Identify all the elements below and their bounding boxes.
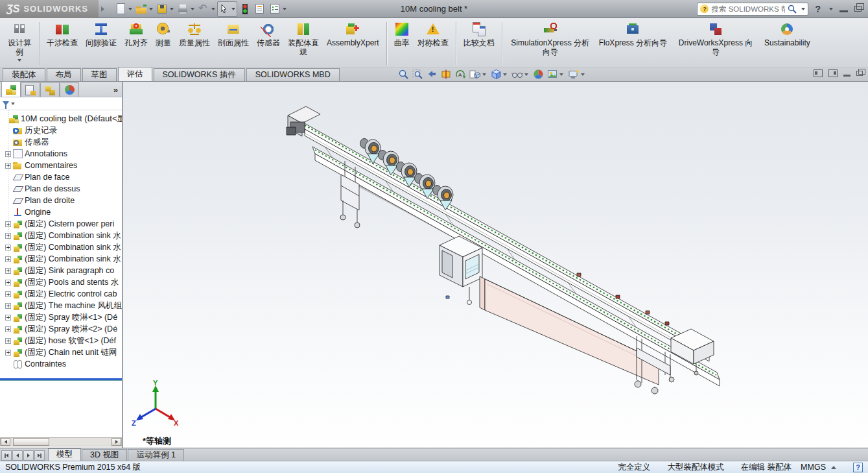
command-tab[interactable]: 草图 (82, 68, 117, 81)
tab-featuremanager[interactable] (1, 81, 21, 97)
ribbon-button[interactable]: 测量 (152, 20, 174, 49)
file-properties-button[interactable] (253, 1, 267, 17)
help-button[interactable]: ? (815, 4, 821, 14)
command-tab[interactable]: 装配体 (3, 68, 45, 81)
tab-propertymanager[interactable] (21, 82, 40, 97)
tree-item[interactable]: (固定) The machine 风机组 (0, 300, 122, 311)
tree-item[interactable]: 传感器 (0, 136, 122, 148)
units-selector[interactable]: MMGS (801, 463, 836, 472)
section-view-button[interactable] (440, 68, 453, 80)
tree-filter-row[interactable] (0, 97, 122, 110)
study-tab[interactable]: 模型 (48, 448, 81, 461)
save-button[interactable] (155, 1, 175, 17)
expand-plus-icon[interactable] (5, 315, 11, 321)
expand-plus-icon[interactable] (5, 361, 11, 367)
new-document-button[interactable] (113, 1, 134, 17)
search-box[interactable]: ? (697, 3, 808, 16)
command-tab[interactable]: 布局 (47, 68, 81, 81)
search-icon[interactable] (788, 5, 797, 14)
chevron-down-icon[interactable] (829, 8, 833, 10)
scroll-left-button[interactable] (1, 438, 10, 446)
tree-item[interactable]: (固定) Electric control cab (0, 288, 122, 300)
tab-configurationmanager[interactable] (40, 82, 60, 97)
edit-appearance-button[interactable] (532, 68, 545, 80)
ribbon-button[interactable]: FloXpress 分析向导 (596, 20, 670, 49)
ribbon-button[interactable]: 对称检查 (414, 20, 452, 49)
expand-plus-icon[interactable] (5, 326, 11, 332)
ribbon-button[interactable]: 比较文档 (460, 20, 498, 49)
print-button[interactable] (176, 1, 196, 17)
tree-item[interactable]: (固定) Combination sink 水 (0, 230, 122, 241)
expand-plus-icon[interactable] (5, 221, 11, 227)
expand-plus-icon[interactable] (5, 163, 11, 169)
panel-overflow-chevron[interactable]: » (110, 85, 122, 97)
restore-document-button[interactable] (856, 71, 863, 76)
first-tab-button[interactable] (1, 450, 12, 461)
tree-item[interactable]: (固定) Combination sink 水 (0, 253, 122, 265)
status-help-button[interactable]: ? (853, 463, 863, 472)
select-button[interactable] (217, 1, 237, 17)
tree-item[interactable]: 10M cooling belt (Défaut<显 (0, 113, 122, 125)
ribbon-button[interactable]: 间隙验证 (82, 20, 120, 49)
expand-plus-icon[interactable] (5, 338, 11, 344)
pane-right-icon[interactable] (828, 69, 838, 77)
expand-plus-icon[interactable] (5, 151, 11, 157)
restore-window-button[interactable] (854, 6, 862, 12)
zoom-to-area-button[interactable] (411, 68, 425, 80)
ribbon-button[interactable]: 干涉检查 (43, 20, 81, 49)
expand-plus-icon[interactable] (5, 256, 11, 262)
previous-view-button[interactable] (425, 68, 439, 80)
tree-item[interactable]: (固定) Spray 喷淋<1> (Dé (0, 311, 122, 323)
expand-plus-icon[interactable] (5, 139, 11, 145)
expand-plus-icon[interactable] (5, 186, 11, 192)
ribbon-button[interactable]: 质量属性 (176, 20, 213, 49)
last-tab-button[interactable] (34, 450, 45, 461)
tree-item[interactable]: 历史记录 (0, 125, 122, 136)
tab-displaymanager[interactable] (60, 82, 79, 97)
tree-item[interactable]: (固定) Spray 喷淋<2> (Dé (0, 323, 122, 335)
expand-plus-icon[interactable] (5, 268, 11, 274)
tree-item[interactable]: (固定) Cistern power peri (0, 218, 122, 230)
cooling-belt-model[interactable] (123, 82, 867, 448)
study-tab[interactable]: 3D 视图 (82, 449, 127, 461)
command-tab[interactable]: 评估 (118, 67, 152, 81)
command-tab[interactable]: SOLIDWORKS 插件 (154, 68, 245, 81)
ribbon-button[interactable]: 传感器 (253, 20, 283, 49)
tree-item[interactable]: Plan de face (0, 171, 122, 183)
previous-tab-button[interactable] (12, 450, 23, 461)
options-button[interactable] (268, 1, 288, 17)
ribbon-button[interactable]: 剖面属性 (215, 20, 252, 49)
ribbon-button[interactable]: DriveWorksXpress 向导 (672, 20, 760, 58)
scroll-right-button[interactable] (111, 438, 121, 446)
ribbon-button[interactable]: AssemblyXpert (323, 20, 382, 49)
scrollbar-thumb[interactable] (13, 438, 49, 446)
search-input[interactable] (711, 5, 785, 13)
tree-item[interactable]: (固定) hose 软管<1> (Déf (0, 335, 122, 346)
tree-item[interactable]: Plan de dessus (0, 183, 122, 195)
tree-item[interactable]: (固定) Pools and stents 水 (0, 276, 122, 288)
tree-item[interactable]: Origine (0, 206, 122, 218)
undo-button[interactable] (196, 1, 217, 17)
view-orientation-button[interactable] (468, 68, 489, 80)
minimize-window-button[interactable] (839, 10, 848, 12)
rebuild-button[interactable] (238, 1, 252, 17)
view-settings-button[interactable] (567, 68, 587, 80)
ribbon-button[interactable]: SimulationXpress 分析向导 (506, 20, 594, 58)
graphics-viewport[interactable]: Y X Z *等轴测 (123, 82, 868, 448)
expand-plus-icon[interactable] (5, 175, 11, 180)
expand-plus-icon[interactable] (5, 291, 11, 297)
tree-item[interactable]: (固定) Combination sink 水 (0, 241, 122, 253)
study-tab[interactable]: 运动算例 1 (128, 449, 183, 461)
rotate-view-button[interactable]: A (454, 68, 467, 80)
toolbar-flyout-arrow-icon[interactable] (101, 6, 104, 12)
expand-plus-icon[interactable] (5, 233, 11, 239)
ribbon-button[interactable]: 装配体直观 (285, 20, 322, 58)
minimize-document-button[interactable] (843, 75, 850, 77)
tree-item[interactable]: (固定) Chain net unit 链网 (0, 346, 122, 358)
ribbon-button[interactable]: 设计算例 (4, 20, 35, 63)
zoom-to-fit-button[interactable] (397, 68, 410, 80)
tree-item[interactable]: (固定) Sink paragraph co (0, 265, 122, 276)
display-style-button[interactable] (489, 68, 510, 80)
pane-left-icon[interactable] (814, 69, 823, 77)
ribbon-button[interactable]: 孔对齐 (121, 20, 151, 49)
